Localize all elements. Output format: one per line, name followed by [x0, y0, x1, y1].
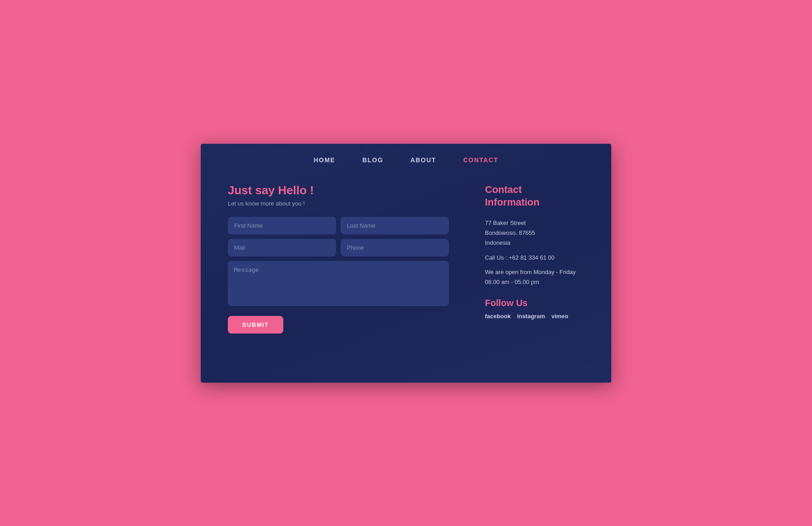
form-subtitle: Let us know more about you !: [228, 200, 449, 207]
submit-button[interactable]: SUBMIT: [228, 316, 283, 334]
form-title: Just say Hello !: [228, 183, 449, 197]
social-instagram[interactable]: instagram: [517, 313, 545, 320]
social-facebook[interactable]: facebook: [485, 313, 511, 320]
navbar: HOME BLOG ABOUT CONTACT: [201, 144, 611, 174]
follow-title: Follow Us: [485, 298, 584, 308]
contact-row: [228, 239, 449, 256]
main-content: Just say Hello ! Let us know more about …: [201, 174, 611, 383]
first-name-input[interactable]: [228, 217, 336, 234]
address-block: 77 Baker Street Bondowoso. 87655 Indones…: [485, 218, 584, 248]
mail-input[interactable]: [228, 239, 336, 256]
contact-form-section: Just say Hello ! Let us know more about …: [228, 183, 449, 360]
nav-about[interactable]: ABOUT: [411, 156, 436, 164]
name-row: [228, 217, 449, 234]
hours-block: We are open from Monday - Friday 08.00 a…: [485, 267, 584, 287]
social-links: facebook instagram vimeo: [485, 313, 584, 320]
nav-blog[interactable]: BLOG: [362, 156, 383, 164]
contact-info-section: Contact Information 77 Baker Street Bond…: [485, 183, 584, 360]
nav-home[interactable]: HOME: [314, 156, 335, 164]
main-card: HOME BLOG ABOUT CONTACT Just say Hello !…: [201, 144, 611, 383]
message-textarea[interactable]: [228, 261, 449, 306]
social-vimeo[interactable]: vimeo: [551, 313, 568, 320]
phone-block: Call Us : +62 81 334 61 00: [485, 254, 584, 261]
last-name-input[interactable]: [341, 217, 449, 234]
nav-contact[interactable]: CONTACT: [463, 156, 498, 164]
phone-input[interactable]: [341, 239, 449, 256]
contact-info-title: Contact Information: [485, 183, 584, 209]
